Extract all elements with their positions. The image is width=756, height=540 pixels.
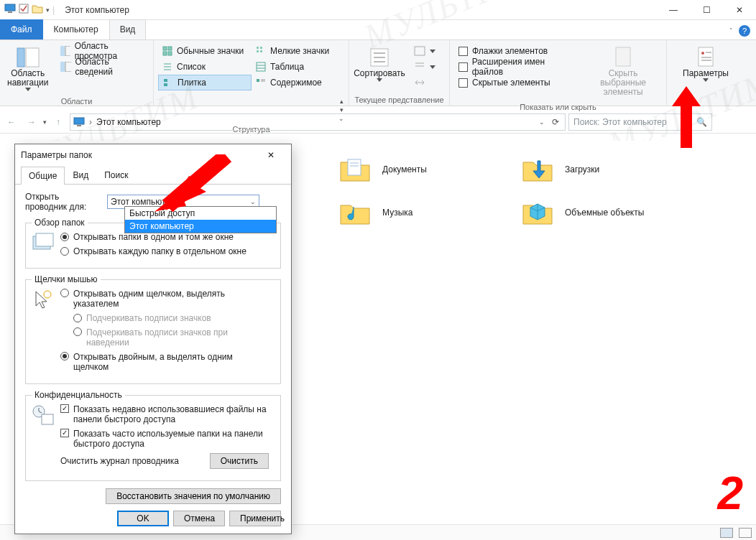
close-button[interactable]: ✕ <box>723 0 756 20</box>
folder-music[interactable]: Музыка <box>338 198 525 227</box>
forward-button[interactable]: → <box>23 113 40 131</box>
radio-double-click[interactable] <box>60 352 69 360</box>
navigation-pane-button[interactable]: Область навигации <box>4 43 52 94</box>
dialog-title: Параметры папок <box>21 150 92 160</box>
radio-new-window[interactable] <box>60 247 69 256</box>
folder-label: Документы <box>382 164 427 174</box>
fit-columns-button[interactable] <box>410 75 440 90</box>
layout-normal-icons[interactable]: Обычные значки <box>158 43 252 59</box>
options-button[interactable]: Параметры <box>680 43 732 85</box>
dialog-close-button[interactable]: ✕ <box>257 144 285 166</box>
svg-rect-6 <box>65 46 70 56</box>
layout-scroll-down[interactable]: ▾ <box>340 106 344 113</box>
cancel-button[interactable]: Отмена <box>173 511 225 526</box>
svg-rect-52 <box>42 414 53 424</box>
folder-label: Загрузки <box>565 164 599 174</box>
up-button[interactable]: ↑ <box>50 113 67 131</box>
open-for-dropdown[interactable]: Быстрый доступ Этот компьютер <box>124 206 277 233</box>
layout-tiles[interactable]: Плитка <box>158 75 252 90</box>
minimize-button[interactable]: ― <box>657 0 690 20</box>
ribbon-tabstrip: Файл Компьютер Вид ˄ ? <box>0 20 756 40</box>
cb-recent-files[interactable] <box>60 404 69 413</box>
folder-documents[interactable]: Документы <box>338 155 525 184</box>
folder-downloads[interactable]: Загрузки <box>520 155 707 184</box>
group-label-showhide: Показать или скрыть <box>450 103 666 113</box>
group-label-current: Текущее представление <box>349 96 449 106</box>
chevron-right-icon[interactable]: › <box>89 117 92 127</box>
folder-label: Музыка <box>382 208 412 218</box>
sort-button[interactable]: Сортировать <box>354 43 405 85</box>
privacy-fieldset: Конфиденциальность Показать недавно испо… <box>25 390 281 481</box>
checkbox-file-ext[interactable]: Расширения имен файлов <box>454 59 580 75</box>
search-box[interactable]: Поиск: Этот компьютер 🔍 <box>568 113 712 131</box>
svg-rect-9 <box>163 47 167 50</box>
folder-label: Объемные объекты <box>565 208 644 218</box>
maximize-button[interactable]: ☐ <box>690 0 723 20</box>
svg-rect-12 <box>168 52 172 55</box>
help-icon[interactable]: ? <box>739 25 750 37</box>
svg-rect-10 <box>168 47 172 50</box>
svg-rect-5 <box>60 46 65 56</box>
details-view-icon[interactable] <box>720 528 733 538</box>
address-dropdown-icon[interactable]: ⌄ <box>539 118 545 126</box>
dialog-tab-view[interactable]: Вид <box>65 166 96 184</box>
add-columns-button[interactable] <box>410 59 440 75</box>
cb-frequent-folders[interactable] <box>60 429 69 437</box>
svg-rect-16 <box>260 50 262 52</box>
svg-rect-8 <box>65 62 71 72</box>
apply-button[interactable]: Применить <box>229 511 281 526</box>
window-title: Этот компьютер <box>65 5 129 15</box>
svg-rect-4 <box>26 48 39 67</box>
cursor-icon <box>32 289 55 312</box>
folder-3dobjects[interactable]: Объемные объекты <box>520 198 707 227</box>
refresh-icon[interactable]: ⟳ <box>549 117 562 127</box>
search-icon[interactable]: 🔍 <box>696 117 707 127</box>
combo-option-quick[interactable]: Быстрый доступ <box>125 207 276 220</box>
layout-small-icons[interactable]: Мелкие значки <box>252 43 342 59</box>
restore-defaults-button[interactable]: Восстановить значения по умолчанию <box>106 488 281 504</box>
svg-point-37 <box>701 52 704 55</box>
dialog-tab-general[interactable]: Общие <box>21 167 65 185</box>
group-by-button[interactable] <box>410 43 440 59</box>
hide-selected-button: Скрыть выбранные элементы <box>584 43 662 100</box>
ribbon-collapse-icon[interactable]: ˄ <box>729 27 733 34</box>
browse-legend: Обзор папок <box>32 218 88 228</box>
ok-button[interactable]: OK <box>117 511 169 526</box>
tab-file[interactable]: Файл <box>0 19 43 39</box>
clear-history-label: Очистить журнал проводника <box>60 456 179 466</box>
qat-checkbox-icon[interactable] <box>19 4 29 16</box>
dialog-titlebar[interactable]: Параметры папок ✕ <box>15 144 291 166</box>
qat-dropdown-icon[interactable]: ▾ <box>46 6 50 14</box>
back-button[interactable]: ← <box>3 113 20 131</box>
details-pane-button[interactable]: Область сведений <box>56 59 149 75</box>
open-for-label: Открыть проводник для: <box>25 192 103 212</box>
navigation-bar: ← → ▾ ↑ › Этот компьютер ⌄ ⟳ Поиск: Этот… <box>0 111 756 134</box>
history-dropdown[interactable]: ▾ <box>43 118 47 126</box>
layout-list[interactable]: Список <box>158 59 252 75</box>
svg-rect-7 <box>60 62 65 72</box>
qat-folder-icon[interactable] <box>32 4 43 16</box>
tab-view[interactable]: Вид <box>109 19 147 39</box>
svg-rect-25 <box>257 79 259 82</box>
address-text: Этот компьютер <box>96 117 161 127</box>
radio-underline-always <box>73 314 82 322</box>
ribbon: Область навигации Область просмотра Обла… <box>0 40 756 106</box>
combo-option-thispc[interactable]: Этот компьютер <box>125 220 276 233</box>
layout-content[interactable]: Содержимое <box>252 75 342 90</box>
layout-scroll-up[interactable]: ▴ <box>340 98 344 105</box>
svg-rect-36 <box>699 47 713 66</box>
radio-same-window[interactable] <box>60 233 69 241</box>
thumb-view-icon[interactable] <box>739 528 752 538</box>
svg-rect-0 <box>5 4 15 11</box>
svg-rect-24 <box>164 83 167 86</box>
tab-computer[interactable]: Компьютер <box>43 19 109 39</box>
layout-table[interactable]: Таблица <box>252 59 342 75</box>
radio-single-click[interactable] <box>60 289 69 297</box>
clear-button[interactable]: Очистить <box>210 453 269 469</box>
dialog-tab-search[interactable]: Поиск <box>96 166 136 184</box>
checkbox-hidden-items[interactable]: Скрытые элементы <box>454 75 580 90</box>
svg-rect-11 <box>163 52 167 55</box>
svg-rect-15 <box>257 50 259 52</box>
svg-rect-1 <box>8 11 12 13</box>
address-bar[interactable]: › Этот компьютер ⌄ ⟳ <box>70 113 566 131</box>
